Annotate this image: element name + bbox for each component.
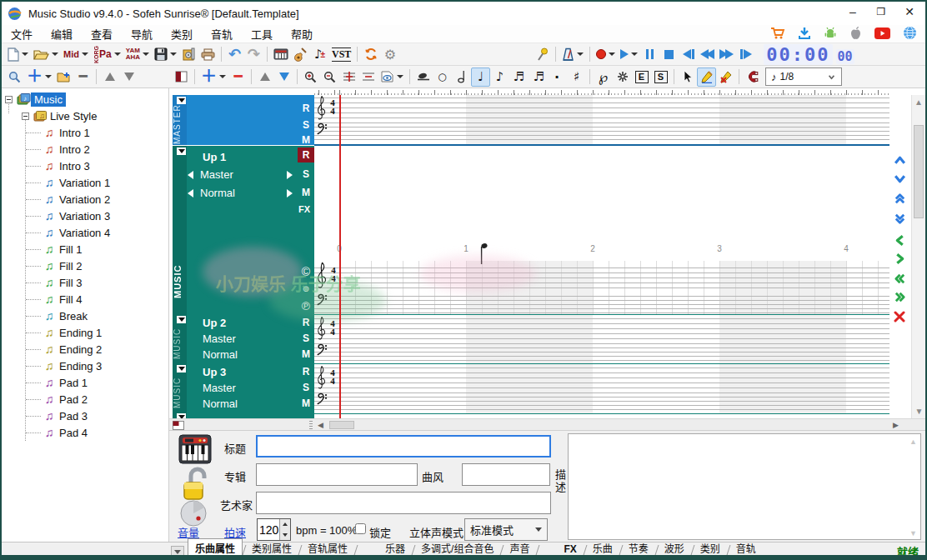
- tree-item-variation-3[interactable]: ♫Variation 3: [2, 208, 168, 224]
- tree-item-ending-3[interactable]: ♫Ending 3: [2, 358, 168, 374]
- master-record-button[interactable]: R: [298, 102, 314, 114]
- sixteenth-note-button[interactable]: ♬: [509, 68, 529, 87]
- expand-staff-button[interactable]: [339, 68, 358, 87]
- move-note-down-button[interactable]: [889, 172, 909, 185]
- tree-item-variation-2[interactable]: ♫Variation 2: [2, 191, 168, 208]
- scrollbar-thumb[interactable]: [914, 125, 924, 218]
- whole-note-button[interactable]: ○: [433, 68, 452, 87]
- expression-button[interactable]: E: [632, 68, 651, 87]
- tree-item-pad-1[interactable]: ♫Pad 1: [2, 374, 168, 391]
- menu-help[interactable]: 帮助: [282, 24, 322, 43]
- next-mode-icon[interactable]: [287, 189, 293, 198]
- eighth-note-button[interactable]: ♪: [490, 68, 509, 87]
- tree-item-ending-2[interactable]: ♫Ending 2: [2, 341, 168, 358]
- tree-item-fill-4[interactable]: ♫Fill 4: [2, 291, 168, 308]
- microphone-button[interactable]: [533, 45, 552, 64]
- tree-item-pad-4[interactable]: ♫Pad 4: [2, 424, 168, 441]
- note-edit-button[interactable]: ♪±: [310, 45, 329, 64]
- step-back-button[interactable]: [679, 45, 698, 64]
- thirtysecond-note-button[interactable]: ♬: [529, 68, 548, 87]
- move-down-button[interactable]: [119, 68, 138, 87]
- android-icon[interactable]: [824, 27, 837, 40]
- quarter-note-glyph[interactable]: [478, 242, 489, 265]
- up1-fx-button[interactable]: FX: [296, 204, 313, 214]
- keyboard-instrument-button[interactable]: [271, 45, 291, 64]
- select-cursor-button[interactable]: [678, 68, 697, 87]
- splitter-grip[interactable]: [309, 421, 313, 429]
- up2-mute-button[interactable]: M: [298, 348, 314, 360]
- tree-item-intro-2[interactable]: ♫Intro 2: [2, 141, 168, 158]
- copyright-icon[interactable]: ©: [298, 265, 314, 278]
- next-bank-icon[interactable]: [287, 171, 293, 179]
- tempo-spinner[interactable]: [257, 518, 291, 541]
- undo-button[interactable]: ↶: [225, 45, 244, 64]
- menu-category[interactable]: 类别: [162, 24, 202, 43]
- up1-solo-button[interactable]: S: [298, 168, 314, 180]
- panel-toggle-button[interactable]: [172, 68, 191, 87]
- collapse-staff-button[interactable]: [358, 68, 378, 87]
- tree-item-music[interactable]: ♪ Music: [2, 91, 168, 108]
- minimize-button[interactable]: –: [839, 2, 867, 22]
- up1-record-button[interactable]: R: [298, 148, 314, 162]
- view-options-button[interactable]: [378, 68, 406, 87]
- open-file-button[interactable]: [31, 45, 61, 64]
- step-forward-button[interactable]: [736, 45, 755, 64]
- tree-item-fill-2[interactable]: ♫Fill 2: [2, 258, 168, 274]
- print-button[interactable]: [198, 45, 218, 64]
- up2-solo-button[interactable]: S: [298, 332, 314, 344]
- title-input[interactable]: [256, 435, 551, 458]
- stereo-mode-dropdown[interactable]: 标准模式: [464, 518, 548, 541]
- youtube-icon[interactable]: [874, 28, 890, 39]
- play-button[interactable]: [618, 45, 640, 64]
- artist-input[interactable]: [256, 492, 551, 514]
- snap-magnet-button[interactable]: [743, 68, 762, 87]
- playhead[interactable]: [339, 95, 341, 418]
- stop-button[interactable]: [659, 45, 679, 64]
- jump-left-button[interactable]: [889, 272, 909, 285]
- fast-forward-button[interactable]: [717, 45, 736, 64]
- up1-track-lane[interactable]: 01234 44: [314, 146, 889, 314]
- master-mute-button[interactable]: M: [298, 134, 314, 146]
- up3-mute-button[interactable]: M: [298, 398, 314, 409]
- track-up-button[interactable]: [255, 68, 274, 87]
- tempo-lock-checkbox[interactable]: [355, 523, 366, 534]
- tree-item-fill-1[interactable]: ♫Fill 1: [2, 241, 168, 258]
- korg-pa-button[interactable]: KORG Pa: [91, 45, 123, 64]
- jukebox-button[interactable]: [179, 45, 198, 64]
- redo-button[interactable]: ↷: [244, 45, 263, 64]
- zoom-in-button[interactable]: [301, 68, 320, 87]
- up2-record-button[interactable]: R: [298, 317, 314, 328]
- description-textarea[interactable]: [568, 433, 921, 540]
- tree-item-ending-1[interactable]: ♫Ending 1: [2, 324, 168, 341]
- refresh-button[interactable]: [361, 45, 380, 64]
- guitar-button[interactable]: [291, 45, 310, 64]
- new-file-button[interactable]: [5, 45, 31, 64]
- collapse-expander[interactable]: [22, 112, 29, 120]
- desc-scroll-down-icon[interactable]: ▼: [909, 529, 917, 538]
- registered-icon[interactable]: ⊚: [298, 284, 314, 293]
- up3-record-button[interactable]: R: [298, 366, 314, 378]
- move-note-up-button[interactable]: [889, 153, 909, 167]
- remove-category-button[interactable]: ━: [73, 68, 93, 87]
- menu-track[interactable]: 音轨: [202, 24, 242, 43]
- jump-right-button[interactable]: [889, 290, 909, 303]
- nudge-left-button[interactable]: [889, 233, 909, 247]
- tree-item-pad-3[interactable]: ♫Pad 3: [2, 408, 168, 424]
- close-button[interactable]: ✕: [895, 2, 924, 22]
- genre-input[interactable]: [462, 463, 550, 486]
- pedal-button[interactable]: ℘: [594, 68, 613, 87]
- scroll-left-icon[interactable]: ◀: [318, 421, 323, 429]
- scroll-right-icon[interactable]: ▶: [893, 421, 899, 429]
- import-category-button[interactable]: [54, 68, 73, 87]
- apple-icon[interactable]: [849, 26, 862, 40]
- up3-mode[interactable]: Normal: [203, 398, 238, 410]
- scroll-down-icon[interactable]: ▼: [912, 407, 925, 416]
- up3-track-lane[interactable]: 44: [314, 363, 889, 413]
- octave-up-button[interactable]: [889, 192, 909, 205]
- collapse-track-icon[interactable]: [177, 365, 186, 372]
- prev-bank-icon[interactable]: [188, 171, 193, 179]
- collapse-track-icon[interactable]: [177, 316, 186, 323]
- shop-cart-icon[interactable]: [770, 27, 785, 40]
- eraser-tool-button[interactable]: [716, 68, 735, 87]
- breve-note-button[interactable]: [413, 68, 433, 87]
